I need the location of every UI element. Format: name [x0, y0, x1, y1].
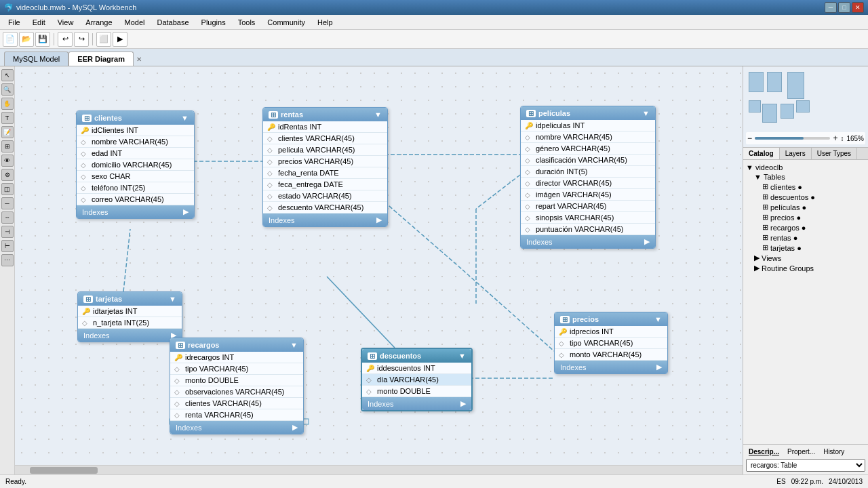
- field-sinopsis[interactable]: ◇ sinopsis VARCHAR(45): [521, 212, 655, 224]
- menu-plugins[interactable]: Plugins: [196, 17, 231, 28]
- right-tab-catalog[interactable]: Catalog: [743, 148, 780, 159]
- field-puntuacion[interactable]: ◇ puntuación VARCHAR(45): [521, 224, 655, 235]
- table-tarjetas[interactable]: ⊞ tarjetas ▼ 🔑 idtarjetas INT ◇ n_tarjet…: [77, 291, 182, 342]
- maximize-button[interactable]: □: [838, 2, 850, 13]
- field-correo[interactable]: ◇ correo VARCHAR(45): [77, 194, 194, 205]
- relation4-tool[interactable]: ⊢: [1, 240, 14, 252]
- field-monto-prec[interactable]: ◇ monto VARCHAR(45): [555, 349, 667, 361]
- field-edad[interactable]: ◇ edad INT: [77, 148, 194, 159]
- field-idtarjetas[interactable]: 🔑 idtarjetas INT: [78, 306, 182, 317]
- tree-table-clientes[interactable]: ⊞ clientes ●: [746, 182, 865, 192]
- relation3-tool[interactable]: ⊣: [1, 226, 14, 238]
- tab-eer-diagram[interactable]: EER Diagram: [68, 52, 134, 66]
- field-imagen[interactable]: ◇ imágen VARCHAR(45): [521, 189, 655, 201]
- menu-edit[interactable]: Edit: [27, 17, 51, 28]
- field-telefono[interactable]: ◇ teléfono INT(25): [77, 182, 194, 194]
- scroll-thumb[interactable]: [30, 467, 98, 474]
- table-precios-expand[interactable]: ▼: [654, 315, 662, 323]
- rb-tab-descrip[interactable]: Descrip...: [746, 447, 782, 456]
- tree-table-peliculas[interactable]: ⊞ películas ●: [746, 202, 865, 212]
- tree-table-recargos[interactable]: ⊞ recargos ●: [746, 222, 865, 232]
- zoom-in-icon[interactable]: +: [833, 134, 837, 143]
- tree-table-rentas[interactable]: ⊞ rentas ●: [746, 232, 865, 243]
- field-observaciones[interactable]: ◇ observaciones VARCHAR(45): [170, 386, 303, 398]
- table-peliculas-expand[interactable]: ▼: [642, 109, 650, 117]
- redo-button[interactable]: ↪: [74, 32, 89, 47]
- minimize-button[interactable]: ─: [825, 2, 837, 13]
- text-tool[interactable]: T: [1, 112, 14, 124]
- undo-button[interactable]: ↩: [58, 32, 73, 47]
- field-clientes-rec[interactable]: ◇ clientes VARCHAR(45): [170, 398, 303, 409]
- menu-file[interactable]: File: [3, 17, 26, 28]
- table-precios-indexes[interactable]: Indexes ▶: [555, 361, 667, 373]
- table-tool[interactable]: ⊞: [1, 140, 14, 152]
- tree-root[interactable]: ▼ videoclb: [746, 163, 865, 172]
- field-idrecargos[interactable]: 🔑 idrecargos INT: [170, 352, 303, 363]
- hand-tool[interactable]: ✋: [1, 98, 14, 110]
- right-tab-usertypes[interactable]: User Types: [812, 148, 857, 159]
- menu-tools[interactable]: Tools: [233, 17, 261, 28]
- field-descuento[interactable]: ◇ descuento VARCHAR(45): [263, 202, 387, 214]
- rb-tab-propert[interactable]: Propert...: [785, 447, 818, 456]
- tree-routine-groups[interactable]: ▶ Routine Groups: [746, 263, 865, 273]
- field-feca-entrega[interactable]: ◇ feca_entrega DATE: [263, 179, 387, 190]
- field-domicilio[interactable]: ◇ domicilio VARCHAR(45): [77, 159, 194, 171]
- field-pelicula[interactable]: ◇ película VARCHAR(45): [263, 144, 387, 156]
- titlebar-controls[interactable]: ─ □ ✕: [825, 2, 864, 13]
- save-button[interactable]: 💾: [35, 32, 50, 47]
- table-peliculas[interactable]: ⊞ películas ▼ 🔑 idpeliculas INT ◇ nombre…: [520, 106, 656, 249]
- field-idClientes[interactable]: 🔑 idClientes INT: [77, 125, 194, 136]
- menu-model[interactable]: Model: [119, 17, 151, 28]
- tab-mysql-model[interactable]: MySQL Model: [4, 52, 68, 66]
- cursor-tool[interactable]: ↖: [1, 69, 14, 81]
- field-monto-rec[interactable]: ◇ monto DOUBLE: [170, 375, 303, 386]
- close-button[interactable]: ✕: [852, 2, 864, 13]
- menu-view[interactable]: View: [52, 17, 79, 28]
- field-director[interactable]: ◇ director VARCHAR(45): [521, 178, 655, 189]
- field-clientes-r[interactable]: ◇ clientes VARCHAR(45): [263, 133, 387, 144]
- field-iddescuentos[interactable]: 🔑 iddescuentos INT: [362, 363, 471, 374]
- note-tool[interactable]: 📝: [1, 126, 14, 138]
- zoom-out-icon[interactable]: −: [747, 134, 752, 143]
- eer-canvas[interactable]: ⊞ clientes ▼ 🔑 idClientes INT ◇ nombre V…: [15, 66, 743, 465]
- tree-table-descuentos[interactable]: ⊞ descuentos ●: [746, 192, 865, 202]
- field-monto-desc[interactable]: ◇ monto DOUBLE: [362, 386, 471, 397]
- field-nombre-c[interactable]: ◇ nombre VARCHAR(45): [77, 136, 194, 148]
- table-descuentos-indexes[interactable]: Indexes ▶: [362, 397, 471, 410]
- field-idpeliculas[interactable]: 🔑 idpeliculas INT: [521, 120, 655, 131]
- canvas-scrollbar[interactable]: [15, 465, 743, 474]
- field-fecha-renta[interactable]: ◇ fecha_renta DATE: [263, 167, 387, 179]
- tree-views[interactable]: ▶ Views: [746, 253, 865, 263]
- tree-table-precios[interactable]: ⊞ precios ●: [746, 212, 865, 222]
- table-recargos-expand[interactable]: ▼: [290, 341, 298, 349]
- table-tarjetas-indexes[interactable]: Indexes ▶: [78, 329, 182, 342]
- table-recargos-indexes[interactable]: Indexes ▶: [170, 421, 303, 434]
- relation2-tool[interactable]: ╌: [1, 211, 14, 224]
- layer-tool[interactable]: ◫: [1, 183, 14, 195]
- new-button[interactable]: 📄: [3, 32, 18, 47]
- table-descuentos-expand[interactable]: ▼: [458, 352, 466, 360]
- table-peliculas-indexes[interactable]: Indexes ▶: [521, 235, 655, 248]
- field-genero[interactable]: ◇ género VARCHAR(45): [521, 143, 655, 155]
- field-n-tarjeta[interactable]: ◇ n_tarjeta INT(25): [78, 317, 182, 329]
- field-estado[interactable]: ◇ estado VARCHAR(45): [263, 190, 387, 202]
- table-rentas-expand[interactable]: ▼: [374, 110, 382, 119]
- menu-help[interactable]: Help: [312, 17, 338, 28]
- rb-tab-history[interactable]: History: [821, 447, 847, 456]
- field-clasificacion[interactable]: ◇ clasificación VARCHAR(45): [521, 155, 655, 166]
- table-rentas[interactable]: ⊞ rentas ▼ 🔑 idRentas INT ◇ clientes VAR…: [262, 107, 388, 227]
- view-tool[interactable]: 👁: [1, 155, 14, 167]
- field-dia[interactable]: ◇ día VARCHAR(45): [362, 374, 471, 386]
- table-descuentos[interactable]: ⊞ descuentos ▼ 🔑 iddescuentos INT ◇ día …: [361, 348, 473, 411]
- zoom-reset[interactable]: ↕: [840, 135, 844, 142]
- menu-arrange[interactable]: Arrange: [80, 17, 117, 28]
- field-idRentas[interactable]: 🔑 idRentas INT: [263, 121, 387, 133]
- field-precios-r[interactable]: ◇ precios VARCHAR(45): [263, 156, 387, 167]
- field-tipo-prec[interactable]: ◇ tipo VARCHAR(45): [555, 338, 667, 349]
- relation1-tool[interactable]: ─: [1, 197, 14, 209]
- field-idprecios[interactable]: 🔑 idprecios INT: [555, 326, 667, 338]
- field-repart[interactable]: ◇ repart VARCHAR(45): [521, 201, 655, 212]
- table-rentas-indexes[interactable]: Indexes ▶: [263, 214, 387, 226]
- routine-tool[interactable]: ⚙: [1, 169, 14, 181]
- table-tarjetas-expand[interactable]: ▼: [169, 295, 176, 303]
